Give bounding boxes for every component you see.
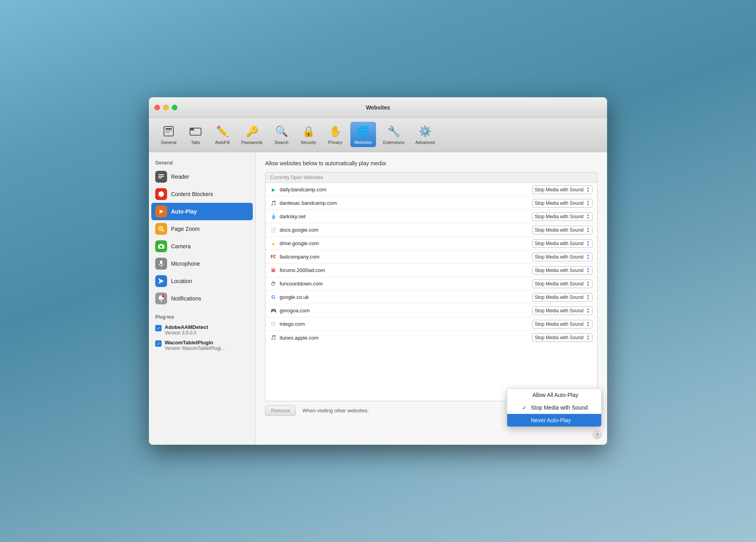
site-control-funcountdown[interactable]: Stop Media with Sound ▲ ▼ (532, 279, 592, 288)
sidebar-item-microphone[interactable]: Microphone (149, 255, 255, 272)
sidebar-item-page-zoom[interactable]: Page Zoom (149, 220, 255, 238)
table-row: ▶ daily.bandcamp.com Stop Media with Sou… (265, 183, 597, 196)
site-gorogoa: gorogoa.com (280, 308, 532, 313)
toolbar-item-extensions[interactable]: 🔧 Extensions (379, 122, 408, 147)
table-row: 🎵 danlesac.bandcamp.com Stop Media with … (265, 196, 597, 210)
svg-rect-1 (165, 128, 172, 130)
arrows-forums-2000ad: ▲ ▼ (587, 267, 590, 274)
site-control-docs-google[interactable]: Stop Media with Sound ▲ ▼ (532, 226, 592, 234)
plugin-item-adobe: ✓ AdobeAAMDetect Version 3.0.0.0 (149, 322, 255, 338)
svg-rect-7 (158, 178, 162, 178)
dropdown-never-autoplay[interactable]: Never Auto-Play (507, 414, 601, 427)
site-docs-google: docs.google.com (280, 227, 532, 233)
content-blockers-label: Content Blockers (171, 191, 213, 197)
toolbar-item-autofill[interactable]: ✏️ AutoFill (211, 122, 234, 147)
svg-rect-3 (165, 132, 169, 133)
site-drive-google: drive.google.com (280, 240, 532, 246)
plugins-section-label: Plug-ins (149, 313, 255, 322)
site-control-forums-2000ad[interactable]: Stop Media with Sound ▲ ▼ (532, 266, 592, 275)
site-control-fastcompany[interactable]: Stop Media with Sound ▲ ▼ (532, 253, 592, 261)
favicon-gorogoa: 🎮 (270, 308, 276, 314)
site-control-itunes[interactable]: Stop Media with Sound ▲ ▼ (532, 333, 592, 342)
sidebar-item-content-blockers[interactable]: Content Blockers (149, 185, 255, 203)
toolbar-item-websites[interactable]: 🌐 Websites (350, 122, 376, 147)
close-button[interactable] (154, 105, 160, 110)
wacom-checkbox[interactable]: ✓ (155, 340, 162, 347)
site-forums-2000ad: forums.2000ad.com (280, 267, 532, 273)
general-section-label: General (149, 159, 255, 168)
wacom-plugin-name: WacomTabletPlugin (165, 340, 225, 346)
toolbar-item-security[interactable]: 🔒 Security (297, 122, 320, 147)
notifications-label: Notifications (171, 295, 201, 302)
site-control-danlesac[interactable]: Stop Media with Sound ▲ ▼ (532, 199, 592, 208)
privacy-label: Privacy (328, 140, 342, 145)
adobe-plugin-version: Version 3.0.0.0 (165, 330, 208, 336)
svg-point-8 (158, 191, 164, 197)
toolbar-item-advanced[interactable]: ⚙️ Advanced (412, 122, 439, 147)
general-icon (162, 124, 176, 138)
arrows-darksky: ▲ ▼ (587, 213, 590, 220)
arrows-danlesac: ▲ ▼ (587, 200, 590, 206)
autofill-label: AutoFill (215, 140, 230, 145)
site-danlesac: danlesac.bandcamp.com (280, 200, 532, 206)
content-blockers-icon (155, 188, 167, 200)
microphone-icon (155, 258, 167, 270)
sidebar-item-autoplay[interactable]: Auto-Play (151, 203, 253, 220)
site-control-gorogoa[interactable]: Stop Media with Sound ▲ ▼ (532, 306, 592, 315)
sidebar-item-reader[interactable]: Reader (149, 168, 255, 185)
dropdown-stop-media[interactable]: ✓ Stop Media with Sound (507, 401, 601, 414)
favicon-daily-bandcamp: ▶ (270, 187, 276, 193)
microphone-label: Microphone (171, 261, 200, 267)
passwords-label: Passwords (241, 140, 263, 145)
window-title: Websites (366, 104, 390, 111)
table-row: G google.co.uk Stop Media with Sound ▲ ▼ (265, 291, 597, 304)
toolbar-item-privacy[interactable]: ✋ Privacy (323, 122, 347, 147)
svg-rect-17 (160, 261, 162, 264)
reader-label: Reader (171, 174, 189, 180)
svg-marker-16 (159, 244, 163, 245)
site-control-darksky[interactable]: Stop Media with Sound ▲ ▼ (532, 212, 592, 221)
site-control-drive-google[interactable]: Stop Media with Sound ▲ ▼ (532, 239, 592, 248)
sidebar-item-location[interactable]: Location (149, 272, 255, 290)
sidebar-item-camera[interactable]: Camera (149, 238, 255, 255)
general-label: General (161, 140, 176, 145)
tabs-icon (188, 124, 203, 138)
site-darksky: darksky.net (280, 213, 532, 219)
remove-button[interactable]: Remove (265, 405, 296, 416)
favicon-google-uk: G (270, 294, 276, 300)
maximize-button[interactable] (172, 105, 177, 110)
help-button[interactable]: ? (593, 431, 602, 439)
toolbar-item-search[interactable]: 🔍 Search (270, 122, 293, 147)
svg-rect-6 (158, 176, 164, 177)
table-row: 🎵 itunes.apple.com Stop Media with Sound… (265, 331, 597, 344)
site-control-daily-bandcamp[interactable]: Stop Media with Sound ▲ ▼ (532, 185, 592, 194)
plugin-item-wacom: ✓ WacomTabletPlugin Version WacomTabletP… (149, 338, 255, 353)
favicon-itunes: 🎵 (270, 334, 276, 341)
minimize-button[interactable] (163, 105, 169, 110)
allow-all-label: Allow All Auto-Play (532, 392, 578, 398)
location-label: Location (171, 278, 192, 284)
adobe-checkbox[interactable]: ✓ (155, 325, 162, 331)
favicon-forums-2000ad: 🏛 (270, 267, 276, 274)
dropdown-allow-all[interactable]: Allow All Auto-Play (507, 389, 601, 401)
toolbar-item-general[interactable]: General (157, 122, 181, 147)
favicon-darksky: 💧 (270, 213, 276, 220)
arrows-gorogoa: ▲ ▼ (587, 308, 590, 314)
stop-media-label: Stop Media with Sound (531, 404, 588, 411)
table-row: 📄 docs.google.com Stop Media with Sound … (265, 223, 597, 237)
favicon-fastcompany: FC (270, 254, 276, 260)
wacom-plugin-version: Version WacomTabletPlugi... (165, 346, 225, 351)
window-controls (154, 105, 177, 110)
site-control-google-uk[interactable]: Stop Media with Sound ▲ ▼ (532, 293, 592, 302)
table-header: Currently Open Websites (265, 172, 597, 183)
sidebar-item-notifications[interactable]: Notifications (149, 290, 255, 307)
arrows-itunes: ▲ ▼ (587, 334, 590, 341)
toolbar-item-passwords[interactable]: 🔑 Passwords (237, 122, 267, 147)
main-content: Allow websites below to automatically pl… (256, 152, 607, 445)
favicon-docs-google: 📄 (270, 227, 276, 233)
adobe-plugin-name: AdobeAAMDetect (165, 324, 208, 330)
svg-rect-5 (158, 174, 164, 175)
site-control-intego[interactable]: Stop Media with Sound ▲ ▼ (532, 320, 592, 329)
favicon-danlesac: 🎵 (270, 200, 276, 206)
toolbar-item-tabs[interactable]: Tabs (184, 122, 207, 147)
